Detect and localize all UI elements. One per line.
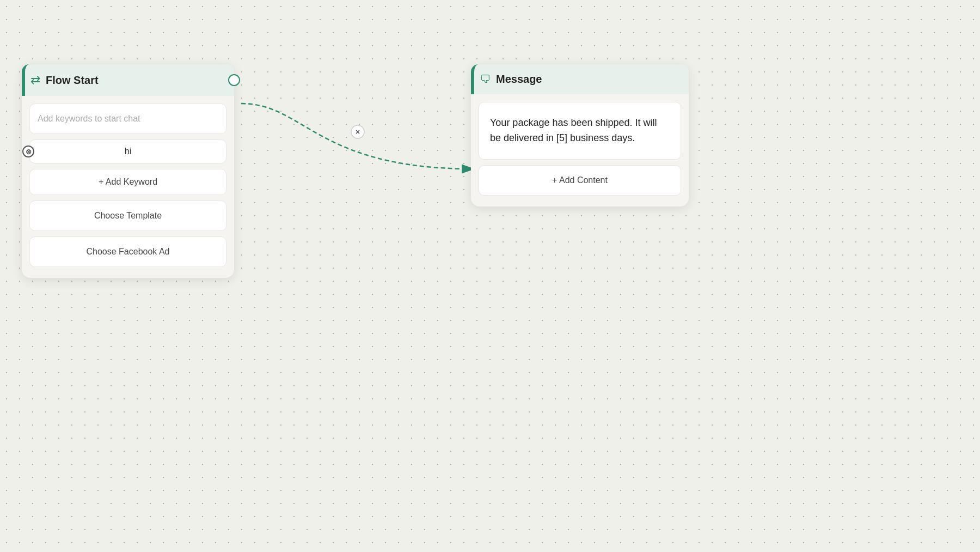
canvas: × ⇄ Flow Start Add keywords to start cha… [0, 0, 980, 552]
add-keyword-button[interactable]: + Add Keyword [29, 169, 226, 195]
message-title: Message [496, 73, 542, 86]
choose-template-button[interactable]: Choose Template [29, 201, 226, 231]
connection-line [241, 104, 474, 169]
flow-start-icon: ⇄ [30, 73, 40, 87]
flow-start-header-left: ⇄ Flow Start [30, 73, 99, 87]
keyword-text: hi [38, 147, 218, 156]
svg-text:×: × [356, 128, 360, 136]
message-icon: 🗨 [480, 73, 491, 86]
keyword-input-box[interactable]: Add keywords to start chat [29, 104, 226, 134]
flow-start-card: ⇄ Flow Start Add keywords to start chat … [22, 64, 234, 278]
message-body: Your package has been shipped. It will b… [471, 94, 689, 196]
keyword-placeholder-text: Add keywords to start chat [38, 114, 140, 123]
connector-delete-btn[interactable] [351, 125, 364, 138]
flow-start-title: Flow Start [46, 74, 99, 87]
message-content: Your package has been shipped. It will b… [479, 102, 681, 160]
flow-start-header: ⇄ Flow Start [22, 64, 234, 96]
message-header: 🗨 Message [471, 64, 689, 94]
flow-start-body: Add keywords to start chat ⊗ hi + Add Ke… [22, 96, 234, 267]
keyword-item: ⊗ hi [29, 139, 226, 163]
keyword-remove-btn[interactable]: ⊗ [22, 145, 34, 157]
message-card: 🗨 Message Your package has been shipped.… [471, 64, 689, 207]
choose-facebook-button[interactable]: Choose Facebook Ad [29, 236, 226, 267]
flow-start-connection-dot[interactable] [228, 74, 240, 86]
add-content-button[interactable]: + Add Content [479, 165, 681, 196]
message-header-left: 🗨 Message [480, 73, 542, 86]
